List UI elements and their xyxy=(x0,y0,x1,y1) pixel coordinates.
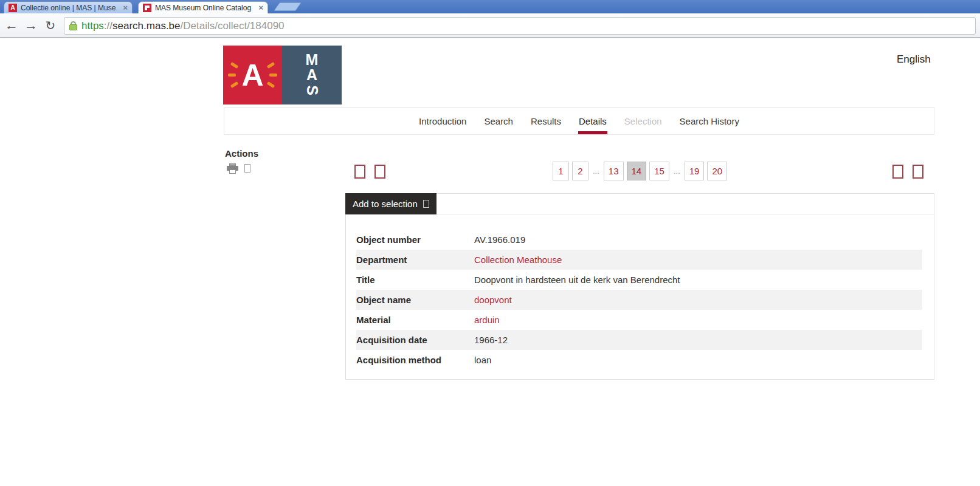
url-scheme: https xyxy=(81,20,104,32)
row-label: Department xyxy=(356,255,474,265)
material-link[interactable]: arduin xyxy=(474,315,500,325)
browser-toolbar: ← → ↻ https://search.mas.be/Details/coll… xyxy=(0,14,980,38)
object-name-link[interactable]: doopvont xyxy=(474,295,512,305)
unknown-action-icon[interactable] xyxy=(244,164,250,173)
last-page-button-icon[interactable] xyxy=(913,165,923,179)
page-button-19[interactable]: 19 xyxy=(685,162,705,180)
forward-button-icon[interactable]: → xyxy=(22,14,40,37)
table-row-acquisition-date: Acquisition date 1966-12 xyxy=(356,330,922,350)
details-table: Object number AV.1966.019 Department Col… xyxy=(346,230,934,370)
logo-letter-m: M xyxy=(306,52,319,67)
tab-close-icon[interactable]: × xyxy=(258,3,263,12)
print-icon[interactable] xyxy=(227,163,238,174)
mas-logo[interactable]: A M A S xyxy=(223,46,342,104)
table-row-title: Title Doopvont in hardsteen uit de kerk … xyxy=(356,270,922,290)
pagination: 1 2 ... 13 14 15 ... 19 20 xyxy=(553,161,727,180)
details-panel-header: Add to selection xyxy=(346,194,934,214)
row-value: AV.1966.019 xyxy=(474,234,525,245)
nav-item-introduction[interactable]: Introduction xyxy=(418,108,467,134)
row-label: Object number xyxy=(356,234,474,245)
tab-close-icon[interactable]: × xyxy=(123,3,128,12)
url-address-bar[interactable]: https://search.mas.be/Details/collect/18… xyxy=(64,17,976,35)
unknown-button-icon xyxy=(423,200,429,208)
row-value: Doopvont in hardsteen uit de kerk van Be… xyxy=(474,275,680,285)
row-label: Object name xyxy=(356,295,474,305)
tab-title: MAS Museum Online Catalog xyxy=(155,4,255,12)
object-details-panel: Add to selection Object number AV.1966.0… xyxy=(345,193,934,380)
page-button-2[interactable]: 2 xyxy=(572,162,588,180)
row-value: 1966-12 xyxy=(474,335,508,345)
page-content: A M A S English Introduction Search Resu… xyxy=(0,38,980,486)
ray-icon xyxy=(230,81,239,88)
page-button-14-current[interactable]: 14 xyxy=(627,162,647,180)
actions-heading: Actions xyxy=(225,148,258,159)
ray-icon xyxy=(230,62,239,69)
table-row-object-number: Object number AV.1966.019 xyxy=(356,230,922,250)
previous-page-button-icon[interactable] xyxy=(374,165,385,179)
browser-tab-strip: A Collectie online | MAS | Muse × MAS Mu… xyxy=(0,0,980,13)
new-tab-button[interactable] xyxy=(274,2,302,11)
nav-item-results[interactable]: Results xyxy=(530,108,562,134)
ray-icon xyxy=(269,74,277,77)
mas-logo-mas-block: M A S xyxy=(282,46,342,104)
row-label: Material xyxy=(356,315,474,325)
url-host: search.mas.be xyxy=(112,20,181,32)
next-page-button-icon[interactable] xyxy=(892,165,903,179)
nav-item-details[interactable]: Details xyxy=(578,108,607,134)
url-path: /Details/collect/184090 xyxy=(181,20,285,32)
page-button-1[interactable]: 1 xyxy=(553,162,569,180)
row-label: Title xyxy=(356,275,474,285)
main-navigation: Introduction Search Results Details Sele… xyxy=(224,107,934,135)
logo-letter-s: S xyxy=(305,85,320,95)
page-button-15[interactable]: 15 xyxy=(649,162,669,180)
mas-favicon-icon xyxy=(143,4,151,12)
back-button-icon[interactable]: ← xyxy=(2,14,21,37)
ray-icon xyxy=(228,74,236,77)
page-button-20[interactable]: 20 xyxy=(707,162,727,180)
row-value: loan xyxy=(474,355,491,365)
nav-item-search[interactable]: Search xyxy=(483,108,514,134)
logo-letter-a2: A xyxy=(306,67,317,83)
page-button-13[interactable]: 13 xyxy=(604,162,624,180)
pagination-ellipsis: ... xyxy=(672,166,682,176)
https-lock-icon xyxy=(69,21,77,30)
url-separator: :// xyxy=(104,20,112,32)
add-to-selection-button[interactable]: Add to selection xyxy=(345,193,437,214)
logo-letter-a: A xyxy=(241,60,263,91)
pagination-ellipsis: ... xyxy=(592,166,601,176)
add-to-selection-label: Add to selection xyxy=(353,199,418,209)
table-row-material: Material arduin xyxy=(356,310,922,330)
ray-icon xyxy=(267,62,275,69)
row-label: Acquisition date xyxy=(356,335,474,345)
reload-button-icon[interactable]: ↻ xyxy=(41,14,60,37)
nav-item-search-history[interactable]: Search History xyxy=(679,108,740,134)
browser-tab-collectie[interactable]: A Collectie online | MAS | Muse × xyxy=(4,1,133,13)
tab-title: Collectie online | MAS | Muse xyxy=(21,4,119,12)
department-link[interactable]: Collection Meathouse xyxy=(474,255,562,265)
row-label: Acquisition method xyxy=(356,355,474,365)
mas-logo-a-block: A xyxy=(223,46,282,104)
mas-a-favicon-icon: A xyxy=(9,4,17,12)
table-row-department: Department Collection Meathouse xyxy=(356,250,922,270)
browser-tab-mas-catalogue[interactable]: MAS Museum Online Catalog × xyxy=(138,1,268,13)
ray-icon xyxy=(267,81,275,88)
table-row-acquisition-method: Acquisition method loan xyxy=(356,350,922,370)
first-page-button-icon[interactable] xyxy=(354,165,365,179)
nav-item-selection: Selection xyxy=(624,108,663,134)
table-row-object-name: Object name doopvont xyxy=(356,290,922,310)
language-link-english[interactable]: English xyxy=(897,53,931,66)
